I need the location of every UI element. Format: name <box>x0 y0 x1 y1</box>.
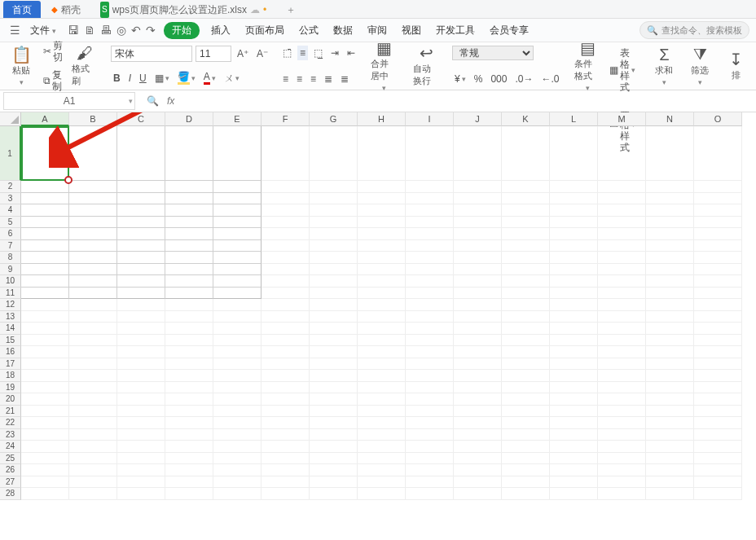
col-header-O[interactable]: O <box>694 112 742 126</box>
row-header-3[interactable]: 3 <box>0 193 21 205</box>
row-header-10[interactable]: 10 <box>0 275 21 288</box>
row-header-15[interactable]: 15 <box>0 335 21 347</box>
row-header-4[interactable]: 4 <box>0 204 21 217</box>
row-header-17[interactable]: 17 <box>0 358 21 371</box>
row-header-9[interactable]: 9 <box>0 264 21 276</box>
row-header-5[interactable]: 5 <box>0 217 21 229</box>
sort-button[interactable]: ↧ 排 <box>719 50 752 83</box>
row-header-19[interactable]: 19 <box>0 382 21 394</box>
phonetic-button[interactable]: ㄨ <box>222 71 242 86</box>
currency-button[interactable]: ¥ <box>452 72 468 86</box>
menu-member[interactable]: 会员专享 <box>486 22 532 39</box>
align-bottom-button[interactable]: ⬚̲ <box>311 46 325 60</box>
menu-data[interactable]: 数据 <box>330 22 356 39</box>
col-header-H[interactable]: H <box>358 112 406 126</box>
col-header-J[interactable]: J <box>454 112 502 126</box>
row-header-21[interactable]: 21 <box>0 406 21 418</box>
col-header-G[interactable]: G <box>310 112 358 126</box>
italic-button[interactable]: I <box>126 71 134 86</box>
menu-dev[interactable]: 开发工具 <box>433 22 478 39</box>
menu-insert[interactable]: 插入 <box>208 22 234 39</box>
font-size-input[interactable] <box>196 46 231 62</box>
menu-review[interactable]: 审阅 <box>364 22 390 39</box>
row-header-2[interactable]: 2 <box>0 181 21 193</box>
row-header-26[interactable]: 26 <box>0 464 21 476</box>
undo-icon[interactable]: ↶ <box>131 24 141 37</box>
align-center-button[interactable]: ≡ <box>294 72 305 86</box>
row-header-1[interactable]: 1 <box>0 126 21 181</box>
justify-button[interactable]: ≣ <box>322 72 335 86</box>
print-preview-icon[interactable]: ◎ <box>116 24 126 37</box>
row-header-28[interactable]: 28 <box>0 488 21 500</box>
row-header-22[interactable]: 22 <box>0 417 21 429</box>
conditional-format-button[interactable]: ▤ 条件格式 <box>571 46 604 86</box>
row-header-20[interactable]: 20 <box>0 393 21 406</box>
save-icon[interactable]: 🖫 <box>68 24 79 37</box>
zoom-lens-icon[interactable]: 🔍 <box>147 95 159 107</box>
fill-handle[interactable] <box>64 176 73 184</box>
col-header-N[interactable]: N <box>646 112 694 126</box>
command-search[interactable]: 🔍 查找命令、搜索模板 <box>640 21 749 39</box>
row-header-8[interactable]: 8 <box>0 252 21 264</box>
formula-input[interactable] <box>179 92 756 110</box>
decrease-decimal-button[interactable]: ←.0 <box>538 72 561 86</box>
row-header-27[interactable]: 27 <box>0 476 21 489</box>
menu-view[interactable]: 视图 <box>398 22 424 39</box>
tab-workbook[interactable]: S wps页眉页脚怎么设置边距.xlsx ☁ • <box>91 1 275 18</box>
col-header-A[interactable]: A <box>21 112 69 126</box>
increase-indent-button[interactable]: ⇥ <box>328 46 341 60</box>
new-tab-button[interactable]: ＋ <box>277 1 311 18</box>
copy-button[interactable]: ⧉复制 <box>41 68 65 94</box>
font-color-button[interactable]: A <box>201 69 218 86</box>
sum-button[interactable]: Σ 求和 <box>648 45 680 88</box>
menu-start[interactable]: 开始 <box>164 22 200 39</box>
col-header-M[interactable]: M <box>598 112 646 126</box>
col-header-D[interactable]: D <box>165 112 213 126</box>
font-name-input[interactable] <box>111 46 192 62</box>
print-icon[interactable]: 🖶 <box>100 24 112 37</box>
col-header-B[interactable]: B <box>69 112 117 126</box>
wrap-text-button[interactable]: ↩ 自动换行 <box>410 43 442 89</box>
row-header-24[interactable]: 24 <box>0 441 21 453</box>
row-header-25[interactable]: 25 <box>0 453 21 465</box>
table-style-button[interactable]: ▦表格样式 <box>607 46 638 94</box>
format-painter-button[interactable]: 🖌 格式刷 <box>68 43 101 89</box>
cells-area[interactable] <box>21 126 742 500</box>
distribute-button[interactable]: ≣ <box>338 72 351 86</box>
filter-button[interactable]: ⧩ 筛选 <box>683 45 716 88</box>
merge-center-button[interactable]: ▦ 合并居中 <box>367 38 400 94</box>
comma-button[interactable]: 000 <box>488 72 509 86</box>
col-header-E[interactable]: E <box>213 112 262 126</box>
row-header-16[interactable]: 16 <box>0 346 21 358</box>
number-format-select[interactable]: 常规 <box>452 46 534 60</box>
align-top-button[interactable]: ⬚̄ <box>280 46 294 60</box>
percent-button[interactable]: % <box>472 72 486 86</box>
col-header-K[interactable]: K <box>502 112 550 126</box>
save-as-icon[interactable]: 🗎 <box>84 24 95 37</box>
cut-button[interactable]: ✂剪切 <box>41 38 65 64</box>
select-all-corner[interactable] <box>0 112 21 126</box>
increase-font-button[interactable]: A⁺ <box>235 46 251 61</box>
increase-decimal-button[interactable]: .0→ <box>512 72 535 86</box>
file-menu[interactable]: 文件 <box>27 24 59 37</box>
bold-button[interactable]: B <box>111 71 123 86</box>
col-header-C[interactable]: C <box>117 112 165 126</box>
underline-button[interactable]: U <box>137 71 149 86</box>
tab-daoke[interactable]: ◆ 稻壳 <box>42 1 90 18</box>
row-header-14[interactable]: 14 <box>0 323 21 335</box>
redo-icon[interactable]: ↷ <box>146 24 156 37</box>
row-header-6[interactable]: 6 <box>0 228 21 240</box>
row-header-11[interactable]: 11 <box>0 288 21 300</box>
align-right-button[interactable]: ≡ <box>308 72 319 86</box>
name-box[interactable]: A1 ▾ <box>3 92 135 110</box>
col-header-I[interactable]: I <box>406 112 454 126</box>
row-header-13[interactable]: 13 <box>0 311 21 323</box>
paste-button[interactable]: 📋 粘贴 <box>5 45 37 88</box>
row-header-18[interactable]: 18 <box>0 370 21 382</box>
fill-color-button[interactable]: 🪣 <box>175 69 198 86</box>
col-header-F[interactable]: F <box>262 112 310 126</box>
decrease-font-button[interactable]: A⁻ <box>254 46 270 61</box>
row-header-7[interactable]: 7 <box>0 240 21 252</box>
menu-formula[interactable]: 公式 <box>296 22 322 39</box>
row-header-12[interactable]: 12 <box>0 299 21 311</box>
